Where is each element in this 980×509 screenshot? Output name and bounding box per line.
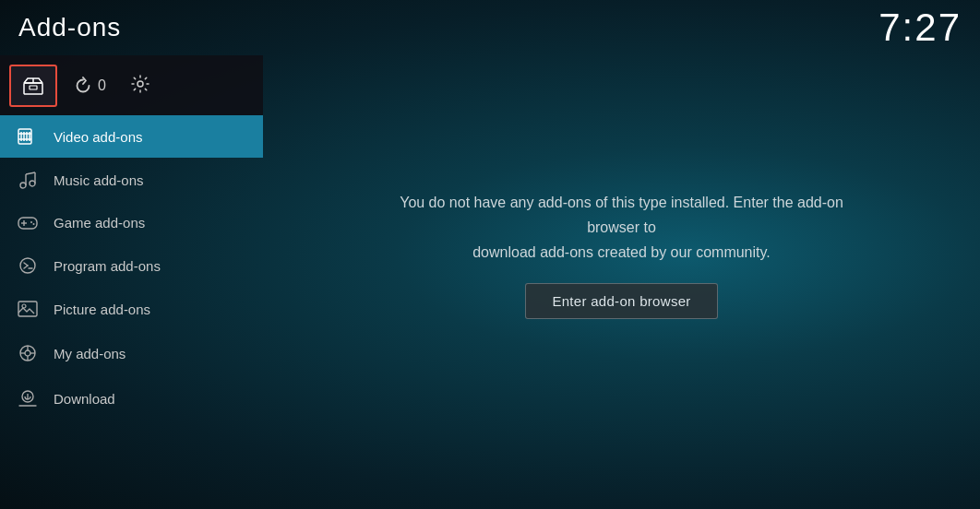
- video-icon: [17, 128, 39, 145]
- addon-box-button[interactable]: [9, 65, 57, 107]
- empty-message: You do not have any add-ons of this type…: [382, 190, 862, 266]
- sidebar-item-label: Video add-ons: [54, 129, 142, 145]
- svg-line-16: [26, 172, 35, 174]
- refresh-button[interactable]: 0: [66, 69, 114, 102]
- sidebar-item-label: Game add-ons: [54, 215, 145, 231]
- gear-icon: [130, 74, 150, 94]
- sidebar-item-label: Music add-ons: [54, 172, 144, 188]
- toolbar: 0: [0, 55, 263, 115]
- main-content: You do not have any add-ons of this type…: [263, 0, 980, 509]
- sidebar-item-download[interactable]: Download: [0, 376, 263, 420]
- sidebar-item-label: Download: [54, 391, 115, 407]
- sidebar-item-video-addons[interactable]: Video add-ons: [0, 115, 263, 158]
- music-icon: [17, 171, 39, 189]
- sidebar-item-label: Picture add-ons: [54, 302, 150, 317]
- settings-button[interactable]: [123, 66, 158, 105]
- game-icon: [17, 216, 39, 231]
- picture-icon: [17, 301, 39, 317]
- svg-rect-3: [30, 86, 37, 89]
- svg-point-4: [137, 81, 143, 87]
- sidebar-item-my-addons[interactable]: My add-ons: [0, 330, 263, 376]
- sidebar-item-game-addons[interactable]: Game add-ons: [0, 202, 263, 243]
- addon-box-icon: [23, 77, 43, 95]
- svg-point-21: [33, 223, 35, 225]
- refresh-count: 0: [98, 77, 106, 94]
- svg-rect-0: [24, 83, 42, 94]
- sidebar-item-label: Program add-ons: [54, 258, 161, 274]
- myaddon-icon: [17, 343, 39, 363]
- header: Add-ons 7:27: [0, 0, 980, 55]
- svg-point-27: [22, 304, 26, 308]
- svg-point-12: [20, 183, 26, 188]
- sidebar-item-label: My add-ons: [54, 346, 125, 361]
- navigation: Video add-ons Music add-ons Game add-ons: [0, 115, 263, 420]
- svg-point-20: [30, 221, 32, 223]
- refresh-icon: [74, 77, 92, 95]
- enter-browser-button[interactable]: Enter add-on browser: [525, 283, 717, 319]
- svg-line-24: [24, 266, 28, 268]
- svg-point-29: [25, 350, 30, 356]
- svg-point-13: [30, 181, 35, 186]
- sidebar-item-picture-addons[interactable]: Picture add-ons: [0, 288, 263, 330]
- svg-line-23: [24, 263, 28, 266]
- page-title: Add-ons: [18, 13, 121, 42]
- program-icon: [17, 256, 39, 275]
- svg-rect-26: [18, 302, 37, 316]
- sidebar-item-program-addons[interactable]: Program add-ons: [0, 243, 263, 288]
- clock: 7:27: [878, 6, 962, 50]
- sidebar-item-music-addons[interactable]: Music add-ons: [0, 158, 263, 202]
- download-icon: [17, 389, 39, 408]
